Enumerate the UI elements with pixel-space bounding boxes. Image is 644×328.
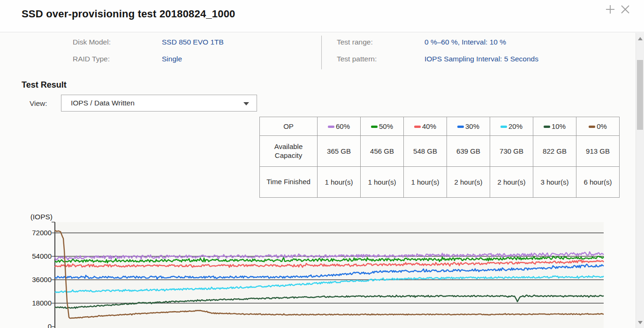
y-axis-label: (IOPS) (30, 213, 53, 221)
value-cell: 913 GB (576, 136, 620, 167)
vertical-scrollbar[interactable] (636, 33, 644, 328)
op-summary-table: OP60%50%40%30%20%10%0%Available Capacity… (259, 117, 620, 198)
legend-swatch-icon (371, 126, 378, 128)
op-header-cell: OP (260, 117, 318, 136)
legend-cell: 40% (404, 117, 447, 136)
view-label: View: (30, 99, 47, 108)
value-cell: 1 hour(s) (404, 167, 447, 198)
test-pattern-value: IOPS Sampling Interval: 5 Seconds (424, 55, 538, 63)
y-tick-label: 54000 (32, 252, 52, 260)
row-label-cell: Available Capacity (260, 136, 318, 167)
value-cell: 365 GB (318, 136, 361, 167)
value-cell: 822 GB (533, 136, 576, 167)
legend-cell: 30% (447, 117, 490, 136)
row-label-cell: Time Finished (260, 167, 318, 198)
scroll-down-button[interactable] (636, 319, 644, 326)
view-dropdown-value: IOPS / Data Written (71, 99, 135, 107)
disk-model-label: Disk Model: (73, 38, 111, 46)
value-cell: 3 hour(s) (533, 167, 576, 198)
y-tick-label: 36000 (32, 276, 52, 283)
table-header-row: OP60%50%40%30%20%10%0% (260, 117, 620, 136)
add-window-icon[interactable] (605, 4, 616, 15)
y-tick-label: 18000 (32, 299, 52, 307)
row-label: Available Capacity (262, 142, 315, 160)
value-cell: 6 hour(s) (576, 167, 620, 198)
value-cell: 2 hour(s) (447, 167, 490, 198)
chevron-down-icon (243, 102, 249, 105)
value-cell: 639 GB (447, 136, 490, 167)
legend-cell: 10% (533, 117, 576, 136)
scrollbar-thumb[interactable] (637, 60, 643, 130)
legend-swatch-icon (414, 126, 421, 128)
raid-type-label: RAID Type: (73, 55, 110, 63)
y-tick-label: 72000 (32, 229, 52, 237)
legend-swatch-icon (544, 126, 550, 128)
page-title: SSD over-provisioning test 20180824_1000 (22, 8, 235, 20)
value-cell: 1 hour(s) (361, 167, 404, 198)
legend-cell: 60% (318, 117, 361, 136)
plus-icon (605, 4, 616, 15)
test-range-label: Test range: (337, 38, 373, 46)
table-row: Available Capacity365 GB456 GB548 GB639 … (260, 136, 620, 167)
test-result-heading: Test Result (22, 80, 67, 90)
info-divider (321, 36, 322, 69)
title-bar: SSD over-provisioning test 20180824_1000 (0, 0, 644, 32)
row-label: Time Finished (262, 178, 315, 186)
legend-swatch-icon (328, 126, 334, 128)
table-row: Time Finished1 hour(s)1 hour(s)1 hour(s)… (260, 167, 620, 198)
ssd-test-dialog: SSD over-provisioning test 20180824_1000… (0, 0, 644, 328)
test-range-value: 0 %–60 %, Interval: 10 % (424, 38, 506, 46)
legend-cell: 20% (490, 117, 533, 136)
legend-swatch-icon (457, 126, 464, 128)
close-x-icon (620, 4, 631, 15)
value-cell: 2 hour(s) (490, 167, 533, 198)
legend-swatch-icon (500, 126, 507, 128)
close-icon[interactable] (620, 4, 631, 15)
value-cell: 1 hour(s) (318, 167, 361, 198)
raid-type-value: Single (162, 55, 182, 63)
view-dropdown[interactable]: IOPS / Data Written (61, 95, 257, 112)
legend-cell: 0% (576, 117, 620, 136)
y-tick-label: 0 (48, 322, 52, 328)
test-pattern-label: Test pattern: (337, 55, 377, 63)
legend-cell: 50% (361, 117, 404, 136)
scroll-up-icon (638, 37, 643, 40)
value-cell: 456 GB (361, 136, 404, 167)
legend-swatch-icon (589, 126, 595, 128)
scroll-up-button[interactable] (636, 35, 644, 42)
value-cell: 730 GB (490, 136, 533, 167)
value-cell: 548 GB (404, 136, 447, 167)
scroll-down-icon (638, 321, 643, 324)
iops-chart: 720005400036000180000(IOPS) (0, 205, 636, 328)
disk-model-value: SSD 850 EVO 1TB (162, 38, 224, 46)
